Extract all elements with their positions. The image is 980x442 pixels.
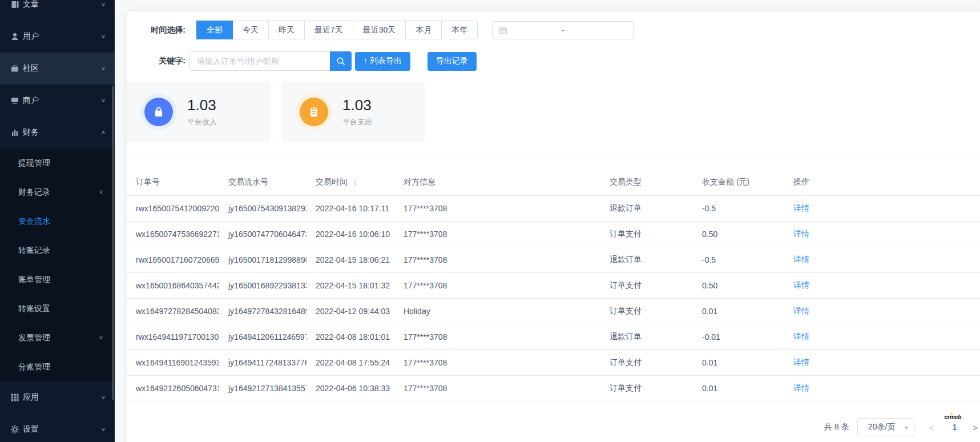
column-trade-type: 交易类型 [600, 170, 693, 195]
sidebar-item-merchant[interactable]: 商户 ∨ [0, 85, 115, 116]
trade-time-cell: 2022-04-12 09:44:03 [306, 298, 394, 324]
counterparty-cell: Holiday [394, 298, 600, 324]
detail-link[interactable]: 详情 [793, 255, 809, 264]
table-row: wx1649411690124359371 jy1649411724813377… [127, 349, 980, 375]
time-filter-last7days[interactable]: 最近7天 [304, 21, 353, 39]
time-filter-yesterday[interactable]: 昨天 [268, 21, 305, 39]
export-list-button[interactable]: ↑ 列表导出 [355, 52, 410, 71]
flow-no-cell: jy1650074770604647391 [219, 221, 306, 247]
time-filter-group: 全部 今天 昨天 最近7天 最近30天 本月 本年 [197, 21, 478, 39]
trade-type-cell: 退款订单 [600, 195, 693, 221]
detail-link[interactable]: 详情 [793, 203, 809, 212]
time-filter-all[interactable]: 全部 [196, 21, 233, 39]
flow-no-cell: jy165007543091382926 [219, 195, 306, 221]
amount-cell: -0.5 [693, 195, 784, 221]
transactions-table: 订单号 交易流水号 交易时间 ▲▼ [127, 170, 980, 401]
detail-link[interactable]: 详情 [793, 306, 809, 315]
trade-type-cell: 订单支付 [600, 272, 693, 298]
current-page[interactable]: 1 crmeb [952, 423, 957, 432]
section-divider [127, 159, 980, 159]
chevron-icon: ∧ [101, 129, 106, 135]
trade-type-cell: 订单支付 [600, 375, 693, 401]
sidebar-item-community[interactable]: 社区 ∨ [0, 53, 115, 85]
detail-link[interactable]: 详情 [793, 357, 809, 367]
sidebar-item-label: 文章 [23, 0, 101, 10]
expense-icon-circle [300, 98, 328, 126]
time-filter-this-month[interactable]: 本月 [405, 21, 442, 39]
stat-card-expense: 1.03 平台支出 [282, 82, 425, 142]
table-row: rwx165001716072066588 jy1650017181299889… [127, 247, 980, 272]
sidebar-item-finance[interactable]: 财务 ∧ [0, 116, 115, 148]
keyword-input[interactable] [189, 51, 330, 71]
submenu-item-label: 发票管理 [18, 333, 99, 343]
search-button[interactable] [330, 51, 352, 71]
detail-link[interactable]: 详情 [793, 383, 809, 392]
finance-submenu: 提现管理 财务记录 ∨ 资金流水 转账记录 账单管理 [0, 148, 115, 381]
prev-page-button[interactable]: < [929, 423, 934, 432]
income-value: 1.03 [187, 97, 217, 114]
time-filter-last30days[interactable]: 最近30天 [353, 21, 406, 39]
chevron-down-icon [904, 427, 909, 429]
detail-link[interactable]: 详情 [793, 280, 809, 290]
sidebar-item-apps[interactable]: 应用 ∨ [0, 381, 115, 413]
trade-time-cell: 2022-04-06 10:38:33 [306, 375, 394, 401]
action-cell: 详情 [784, 221, 980, 247]
trade-type-cell: 订单支付 [600, 298, 693, 324]
amount-cell: 0.50 [693, 221, 784, 247]
action-cell: 详情 [784, 375, 980, 401]
date-range-separator: - [562, 26, 564, 35]
export-record-button[interactable]: 导出记录 [428, 52, 477, 71]
amount-cell: 0.50 [693, 272, 784, 298]
submenu-item-capital-flow[interactable]: 资金流水 [0, 207, 115, 236]
page-size-select[interactable]: 20条/页 [857, 418, 914, 436]
sidebar-item-label: 应用 [23, 392, 101, 403]
submenu-item-transfer-records[interactable]: 转账记录 [0, 236, 115, 265]
pagination: 共 8 条 20条/页 < 1 crmeb > [824, 418, 978, 436]
detail-link[interactable]: 详情 [793, 332, 809, 341]
merchant-icon [10, 96, 19, 105]
sort-icon[interactable]: ▲▼ [353, 179, 357, 186]
flow-no-cell: jy1649727843281648971 [219, 298, 306, 324]
bag-icon [152, 106, 165, 118]
main-content: 时间选择: 全部 今天 昨天 最近7天 最近30天 本月 本年 [115, 0, 980, 442]
sidebar-item-user[interactable]: 用户 ∨ [0, 21, 115, 53]
submenu-item-invoice-management[interactable]: 发票管理 ∨ [0, 323, 115, 352]
time-filter-today[interactable]: 今天 [232, 21, 269, 39]
time-filter-row: 时间选择: 全部 今天 昨天 最近7天 最近30天 本月 本年 [127, 21, 634, 39]
chevron-icon: ∨ [101, 1, 106, 7]
flow-no-cell: jy1650016892293813331 [219, 272, 306, 298]
order-no-cell: wx1649727828450408341 [127, 298, 219, 324]
submenu-item-finance-records[interactable]: 财务记录 ∨ [0, 178, 115, 207]
sidebar-item-article[interactable]: 文章 ∨ [0, 0, 115, 21]
community-icon [10, 64, 19, 73]
time-filter-this-year[interactable]: 本年 [441, 21, 478, 39]
sidebar-item-label: 财务 [23, 127, 101, 138]
sidebar-item-settings[interactable]: 设置 ∨ [0, 413, 115, 442]
detail-link[interactable]: 详情 [793, 229, 809, 238]
trade-time-cell: 2022-04-16 10:17:11 [306, 195, 394, 221]
date-range-picker[interactable]: - [492, 21, 634, 39]
sidebar-scrollbar[interactable] [112, 86, 114, 400]
amount-cell: -0.01 [693, 324, 784, 349]
crmeb-watermark: crmeb [944, 414, 961, 420]
table-row: wx1650016864035744221 jy1650016892293813… [127, 272, 980, 298]
submenu-item-label: 资金流水 [18, 216, 103, 227]
submenu-item-withdraw-management[interactable]: 提现管理 [0, 148, 115, 178]
chevron-icon: ∨ [101, 426, 106, 432]
sidebar-item-label: 设置 [23, 424, 101, 435]
counterparty-cell: 177****3708 [394, 272, 600, 298]
flow-no-cell: jy164941206112465975 [219, 324, 306, 349]
keyword-label: 关键字: [127, 56, 185, 66]
next-page-button[interactable]: > [973, 423, 978, 432]
action-cell: 详情 [784, 324, 980, 349]
order-no-cell: rwx165001716072066588 [127, 247, 219, 272]
trade-time-cell: 2022-04-08 17:55:24 [306, 349, 394, 375]
table-row: wx1649727828450408341 jy1649727843281648… [127, 298, 980, 324]
order-no-cell: wx1649212605060473131 [127, 375, 219, 401]
chevron-icon: ∨ [99, 335, 103, 341]
submenu-item-split-account-management[interactable]: 分账管理 [0, 352, 115, 381]
submenu-item-bill-management[interactable]: 账单管理 [0, 265, 115, 294]
submenu-item-transfer-settings[interactable]: 转账设置 [0, 294, 115, 323]
action-cell: 详情 [784, 349, 980, 375]
expense-label: 平台支出 [342, 117, 372, 127]
